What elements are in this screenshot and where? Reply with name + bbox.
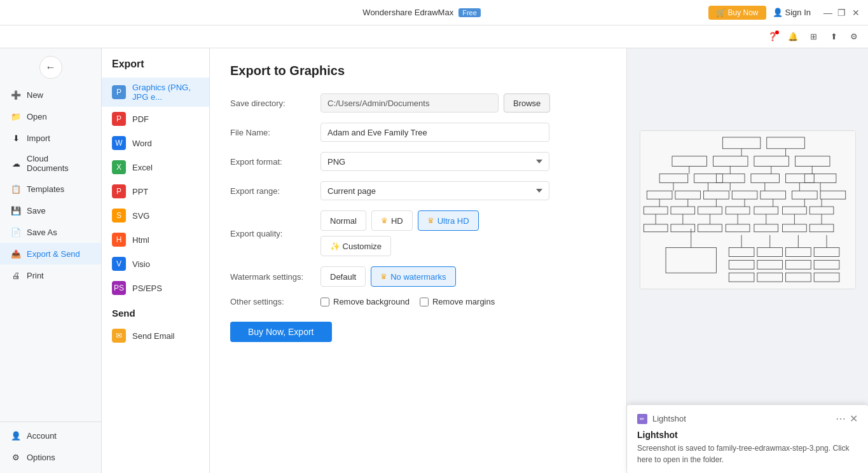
watermark-default-button[interactable]: Default <box>320 266 366 287</box>
sidebar-item-new[interactable]: ➕ New <box>0 84 101 106</box>
export-range-row: Export range: Current page All pages Sel… <box>230 181 606 200</box>
export-nav-pseps[interactable]: PS PS/EPS <box>102 276 209 300</box>
sidebar-item-open[interactable]: 📁 Open <box>0 106 101 127</box>
share-icon[interactable]: ⬆ <box>827 31 840 43</box>
new-icon: ➕ <box>10 89 22 100</box>
export-format-row: Export format: PNG JPG BMP SVG TIFF <box>230 152 606 171</box>
buy-now-button[interactable]: 🛒 Buy Now <box>708 6 766 20</box>
watermark-label: Watermark settings: <box>230 272 313 282</box>
quality-hd-button[interactable]: ♛ HD <box>371 210 413 231</box>
close-button[interactable]: ✕ <box>851 8 860 17</box>
export-nav: Export P Graphics (PNG, JPG e... P PDF W… <box>102 48 210 473</box>
app-name-label: Wondershare EdrawMax <box>362 8 453 17</box>
quality-ultrahd-button[interactable]: ♛ Ultra HD <box>418 210 479 231</box>
export-nav-html[interactable]: H Html <box>102 228 209 252</box>
lightshot-title-row: ✏ Lightshot <box>637 414 686 424</box>
export-format-select[interactable]: PNG JPG BMP SVG TIFF <box>320 152 549 171</box>
lightshot-panel: ✏ Lightshot ⋯ ✕ Lightshot Screenshot is … <box>627 404 868 473</box>
export-range-select[interactable]: Current page All pages Selected objects <box>320 181 549 200</box>
minimize-button[interactable]: — <box>823 8 832 17</box>
sidebar-item-save[interactable]: 💾 Save <box>0 200 101 221</box>
templates-icon: 📋 <box>10 183 22 195</box>
export-nav-email[interactable]: ✉ Send Email <box>102 324 209 348</box>
sidebar-item-templates[interactable]: 📋 Templates <box>0 178 101 200</box>
toolbar2: ❓ 🔔 ⊞ ⬆ ⚙ <box>0 25 868 48</box>
settings-icon[interactable]: ⚙ <box>848 31 860 43</box>
help-icon[interactable]: ❓ <box>766 31 779 43</box>
lightshot-header: ✏ Lightshot ⋯ ✕ <box>637 413 858 425</box>
lightshot-close-button[interactable]: ✕ <box>850 413 858 425</box>
restore-button[interactable]: ❐ <box>837 8 846 17</box>
watermark-no-button[interactable]: ♛ No watermarks <box>371 266 455 287</box>
hd-crown-icon: ♛ <box>381 216 388 225</box>
person-icon: 👤 <box>773 8 783 17</box>
grid-icon[interactable]: ⊞ <box>807 31 820 43</box>
ultrahd-crown-icon: ♛ <box>427 216 434 225</box>
png-icon: P <box>112 85 126 99</box>
main-content: Export to Graphics Save directory: Brows… <box>210 48 626 473</box>
ppt-icon: P <box>112 184 126 198</box>
save-directory-controls: Browse <box>320 93 606 113</box>
free-badge: Free <box>458 8 481 17</box>
notification-bell-icon[interactable]: 🔔 <box>787 31 799 43</box>
preview-area <box>627 48 868 371</box>
remove-background-checkbox[interactable] <box>320 298 329 306</box>
lightshot-more-button[interactable]: ⋯ <box>836 413 846 425</box>
word-icon: W <box>112 136 126 150</box>
watermark-row: Watermark settings: Default ♛ No waterma… <box>230 266 606 287</box>
family-tree-svg <box>640 131 855 289</box>
sidebar-item-account[interactable]: 👤 Account <box>0 425 101 446</box>
main-layout: ← ➕ New 📁 Open ⬇ Import ☁ Cloud Document… <box>0 48 868 473</box>
sidebar-bottom: 👤 Account ⚙ Options <box>0 422 101 468</box>
export-icon: 📤 <box>10 248 22 259</box>
page-title: Export to Graphics <box>230 64 606 78</box>
svg-icon: S <box>112 209 126 223</box>
file-name-row: File Name: <box>230 123 606 142</box>
save-directory-label: Save directory: <box>230 99 313 108</box>
export-nav-svg[interactable]: S SVG <box>102 203 209 228</box>
sidebar-item-print[interactable]: 🖨 Print <box>0 264 101 286</box>
remove-background-label[interactable]: Remove background <box>320 297 410 306</box>
sidebar-item-saveas[interactable]: 📄 Save As <box>0 221 101 243</box>
back-button[interactable]: ← <box>39 56 62 79</box>
lightshot-icon: ✏ <box>637 414 647 424</box>
export-nav-ppt[interactable]: P PPT <box>102 179 209 203</box>
export-nav-visio[interactable]: V Visio <box>102 252 209 276</box>
print-icon: 🖨 <box>10 270 22 281</box>
sidebar-item-cloud[interactable]: ☁ Cloud Documents <box>0 149 101 178</box>
export-nav-png[interactable]: P Graphics (PNG, JPG e... <box>102 78 209 107</box>
export-nav-excel[interactable]: X Excel <box>102 155 209 179</box>
lightshot-controls: ⋯ ✕ <box>836 413 858 425</box>
export-quality-row: Export quality: Normal ♛ HD ♛ Ultra HD ✨ <box>230 210 606 256</box>
svg-rect-0 <box>640 131 855 289</box>
sidebar-item-import[interactable]: ⬇ Import <box>0 127 101 149</box>
cloud-icon: ☁ <box>10 158 22 169</box>
quality-normal-button[interactable]: Normal <box>320 210 366 231</box>
save-directory-row: Save directory: Browse <box>230 93 606 113</box>
file-name-label: File Name: <box>230 128 313 137</box>
account-icon: 👤 <box>10 430 22 441</box>
export-nav-pdf[interactable]: P PDF <box>102 107 209 131</box>
export-format-label: Export format: <box>230 157 313 167</box>
lightshot-body-text[interactable]: Screenshot is saved to family-tree-edraw… <box>637 442 858 465</box>
export-nav-word[interactable]: W Word <box>102 131 209 155</box>
import-icon: ⬇ <box>10 132 22 144</box>
save-directory-input[interactable] <box>320 93 499 113</box>
other-settings-label: Other settings: <box>230 297 313 306</box>
browse-button[interactable]: Browse <box>504 93 550 113</box>
remove-margins-label[interactable]: Remove margins <box>420 297 495 306</box>
options-icon: ⚙ <box>10 451 22 463</box>
remove-margins-checkbox[interactable] <box>420 298 429 306</box>
sidebar-item-options[interactable]: ⚙ Options <box>0 446 101 468</box>
other-settings-row: Other settings: Remove background Remove… <box>230 297 606 306</box>
sidebar: ← ➕ New 📁 Open ⬇ Import ☁ Cloud Document… <box>0 48 102 473</box>
watermark-group: Default ♛ No watermarks <box>320 266 456 287</box>
export-button[interactable]: Buy Now, Export <box>230 322 332 342</box>
open-icon: 📁 <box>10 111 22 122</box>
pdf-icon: P <box>112 112 126 126</box>
sign-in-button[interactable]: 👤 Sign In <box>773 8 811 17</box>
file-name-input[interactable] <box>320 123 549 142</box>
sidebar-item-export[interactable]: 📤 Export & Send <box>0 243 101 264</box>
titlebar-center: Wondershare EdrawMax Free <box>362 8 480 17</box>
customize-button[interactable]: ✨ Customize <box>320 236 391 256</box>
